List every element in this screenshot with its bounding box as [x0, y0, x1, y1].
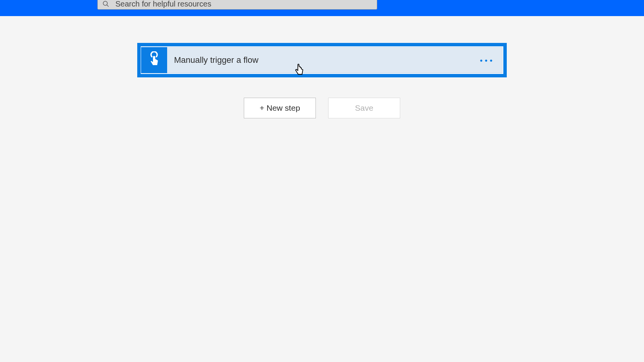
search-icon: [102, 0, 109, 7]
save-button[interactable]: Save: [328, 98, 400, 118]
flow-canvas: Manually trigger a flow ●●● + New step S…: [0, 16, 644, 118]
svg-line-1: [107, 5, 109, 7]
trigger-card-header[interactable]: Manually trigger a flow ●●●: [141, 47, 503, 73]
trigger-title: Manually trigger a flow: [167, 55, 480, 65]
touch-tap-icon: [146, 51, 162, 69]
action-button-row: + New step Save: [244, 98, 400, 118]
trigger-card[interactable]: Manually trigger a flow ●●●: [137, 43, 507, 77]
top-header: [0, 0, 644, 16]
search-input[interactable]: [115, 0, 372, 8]
trigger-icon-box: [141, 47, 167, 73]
more-options-button[interactable]: ●●●: [480, 57, 502, 63]
search-box[interactable]: [97, 0, 377, 10]
svg-point-0: [103, 1, 107, 5]
new-step-button[interactable]: + New step: [244, 98, 316, 118]
